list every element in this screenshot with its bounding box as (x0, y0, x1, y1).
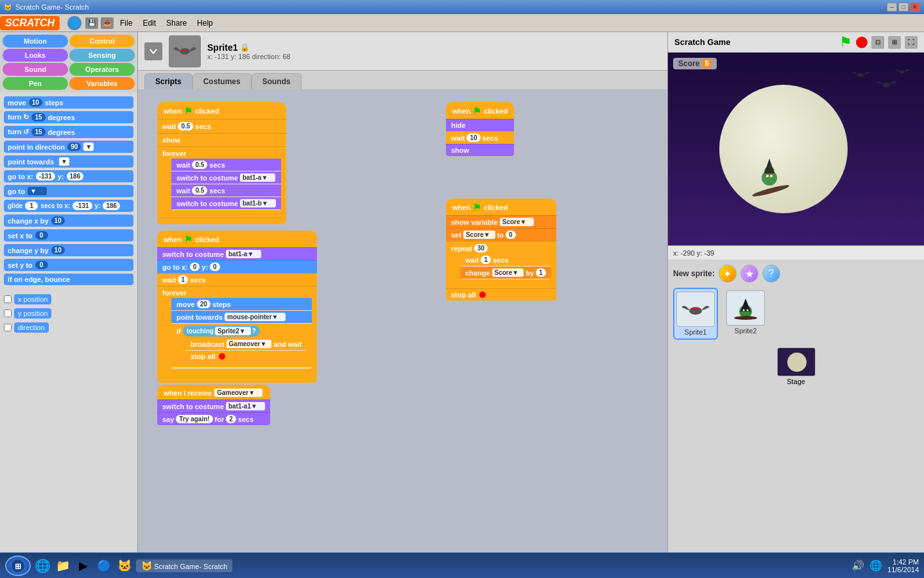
block-show-1[interactable]: show (157, 133, 286, 146)
block-costume-bat1b[interactable]: switch to costume bat1-b▼ (171, 197, 281, 209)
hat-when-clicked-1[interactable]: when ⚑ clicked (157, 102, 286, 119)
block-change-y[interactable]: change y by 10 (4, 244, 133, 256)
block-set-y[interactable]: set y to 0 (4, 259, 133, 271)
category-sound[interactable]: Sound (3, 63, 68, 76)
share-menu[interactable]: Share (161, 16, 192, 30)
block-costume-bat1a-2[interactable]: switch to costume bat1-a▼ (157, 247, 317, 260)
start-button[interactable]: ⊞ (5, 556, 31, 576)
block-turn-ccw[interactable]: turn ↺ 15 degrees (4, 126, 133, 138)
category-sensing[interactable]: Sensing (69, 49, 135, 62)
block-show-variable[interactable]: show variable Score▼ (446, 215, 556, 228)
sprite2-name: Sprite2 (735, 327, 757, 335)
stage-card[interactable]: Stage (673, 345, 919, 388)
category-pen[interactable]: Pen (3, 77, 68, 90)
block-wait-1[interactable]: wait 1 secs (157, 273, 317, 286)
category-variables[interactable]: Variables (69, 77, 135, 90)
hat-when-clicked-4[interactable]: when ⚑ clicked (446, 198, 556, 215)
block-stop-all-outer[interactable]: stop all (446, 288, 556, 301)
category-looks[interactable]: Looks (3, 49, 68, 62)
new-sprite-upload-btn[interactable]: ? (762, 265, 780, 283)
globe-icon[interactable]: 🌐 (67, 16, 81, 30)
upload-icon[interactable]: 📤 (101, 17, 114, 29)
block-go-to-xy[interactable]: go to x: -131 y: 186 (4, 170, 133, 182)
category-operators[interactable]: Operators (69, 63, 135, 76)
block-costume-bat1a1[interactable]: switch to costume bat1-a1▼ (157, 399, 270, 412)
taskbar-network-icon[interactable]: 🌐 (869, 559, 882, 572)
block-glide[interactable]: glide 1 secs to x: -131 y: 186 (4, 200, 133, 212)
category-control[interactable]: Control (69, 35, 135, 48)
save-icon[interactable]: 💾 (85, 17, 98, 29)
stop-button[interactable] (856, 37, 868, 48)
block-forever-2[interactable]: forever move 20 steps point towards mous… (157, 286, 317, 376)
block-show-2[interactable]: show (446, 144, 514, 156)
new-sprite-random-btn[interactable]: ★ (740, 265, 758, 283)
block-point-towards[interactable]: point towards ▼ (4, 155, 133, 168)
block-set-x[interactable]: set x to 0 (4, 229, 133, 241)
tab-sounds[interactable]: Sounds (252, 73, 302, 89)
tab-costumes[interactable]: Costumes (193, 73, 252, 89)
taskbar-folder-icon[interactable]: 📁 (54, 557, 72, 575)
block-costume-bat1a[interactable]: switch to costume bat1-a▼ (171, 171, 281, 184)
hat-when-clicked-2[interactable]: when ⚑ clicked (157, 231, 317, 247)
block-change-x[interactable]: change x by 10 (4, 215, 133, 227)
file-menu[interactable]: File (115, 16, 137, 30)
monitor-dir-checkbox[interactable] (4, 324, 12, 331)
block-broadcast-gameover[interactable]: broadcast Gameover▼ and wait (185, 338, 307, 350)
green-flag-button[interactable]: ⚑ (839, 34, 852, 51)
block-move-steps[interactable]: move 10 steps (4, 96, 133, 109)
block-point-towards-mouse[interactable]: point towards mouse-pointer▼ (171, 311, 312, 323)
fullscreen-btn[interactable]: ⛶ (905, 36, 918, 49)
scripts-area[interactable]: when ⚑ clicked wait 0.5 secs show foreve… (138, 89, 667, 577)
minimize-btn[interactable]: ─ (887, 3, 897, 12)
tab-scripts[interactable]: Scripts (144, 73, 193, 89)
block-wait-0.5-2[interactable]: wait 0.5 secs (171, 184, 281, 197)
taskbar-chrome-icon[interactable]: 🔵 (95, 557, 113, 575)
script-score: when ⚑ clicked show variable Score▼ set … (446, 198, 556, 301)
new-sprite-paint-btn[interactable]: ✦ (719, 265, 737, 283)
taskbar-media-icon[interactable]: ▶ (74, 557, 92, 575)
block-goto-0-0[interactable]: go to x: 0 y: 0 (157, 260, 317, 273)
editor-panel: Sprite1 🔒 x: -131 y: 186 direction: 68 S… (138, 32, 667, 577)
taskbar-scratch-icon[interactable]: 🐱 (116, 557, 133, 575)
monitor-y-checkbox[interactable] (4, 310, 12, 317)
svg-point-12 (689, 307, 702, 315)
panel-collapse-btn[interactable] (144, 42, 162, 60)
sprites-panel: New sprite: ✦ ★ ? S (668, 259, 924, 577)
sprite-card-sprite2[interactable]: Sprite2 (723, 288, 768, 340)
monitor-x-checkbox[interactable] (4, 295, 12, 303)
block-wait-costume-1[interactable]: wait 0.5 secs (171, 159, 281, 171)
block-if-touching[interactable]: if touching Sprite2▼ ? broadcast Gameove… (171, 324, 312, 367)
taskbar-volume-icon[interactable]: 🔊 (851, 559, 864, 572)
maximize-btn[interactable]: □ (898, 3, 909, 12)
block-turn-cw[interactable]: turn ↻ 15 degrees (4, 111, 133, 123)
block-point-direction[interactable]: point in direction 90▼ (4, 141, 133, 153)
block-wait-10[interactable]: wait 10 secs (446, 131, 514, 144)
expand-large-btn[interactable]: ⊞ (888, 36, 901, 49)
taskbar-scratch-active[interactable]: 🐱 Scratch Game- Scratch (136, 559, 232, 572)
edit-menu[interactable]: Edit (137, 16, 161, 30)
block-wait-0.5[interactable]: wait 0.5 secs (157, 119, 286, 133)
block-forever-1[interactable]: forever wait 0.5 secs switch to costume … (157, 146, 286, 218)
svg-point-21 (787, 353, 807, 372)
block-move-20[interactable]: move 20 steps (171, 298, 312, 310)
lock-icon[interactable]: 🔒 (240, 43, 250, 52)
hat-receive-gameover[interactable]: when I receive Gameover▼ (157, 385, 270, 399)
block-repeat-30[interactable]: repeat 30 wait 1 secs change Score▼ by 1 (446, 241, 556, 285)
close-btn[interactable]: ✕ (910, 3, 920, 12)
block-set-score[interactable]: set Score▼ to 0 (446, 228, 556, 241)
taskbar-ie-icon[interactable]: 🌐 (33, 557, 51, 575)
block-go-to[interactable]: go to ▼ (4, 185, 133, 197)
block-stop-all-inner[interactable]: stop all (185, 351, 307, 362)
block-say-tryagain[interactable]: say Try again! for 2 secs (157, 412, 270, 425)
stage-canvas[interactable]: Score 5 (668, 53, 924, 245)
category-motion[interactable]: Motion (3, 35, 68, 48)
block-hide[interactable]: hide (446, 119, 514, 131)
block-wait-1-score[interactable]: wait 1 secs (460, 254, 551, 266)
expand-small-btn[interactable]: ⊡ (871, 36, 884, 49)
help-menu[interactable]: Help (192, 16, 218, 30)
block-if-on-edge[interactable]: if on edge, bounce (4, 274, 133, 285)
sprite-card-sprite1[interactable]: Sprite1 (673, 288, 718, 340)
svg-text:⊞: ⊞ (15, 562, 21, 571)
block-change-score[interactable]: change Score▼ by 1 (460, 267, 551, 279)
hat-when-clicked-3[interactable]: when ⚑ clicked (446, 102, 514, 119)
